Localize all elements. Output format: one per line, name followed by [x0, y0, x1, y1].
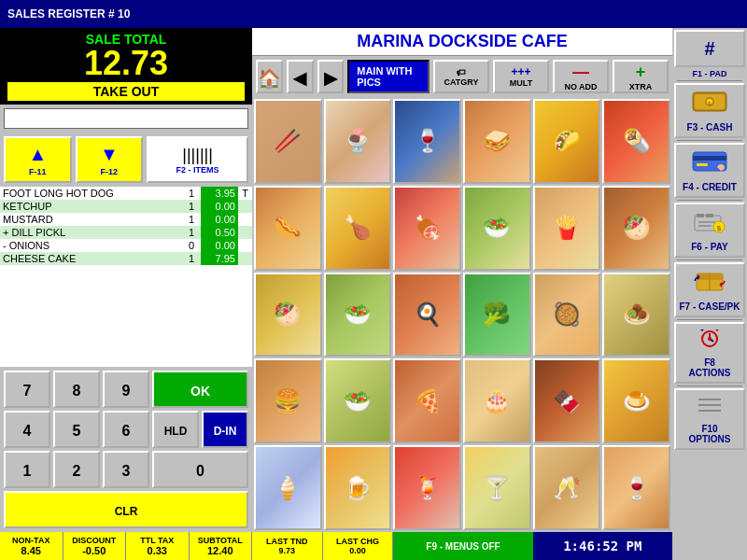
f8-actions-button[interactable]: F8 ACTIONS: [674, 322, 745, 384]
num-4[interactable]: 4: [4, 411, 50, 448]
num-1[interactable]: 1: [4, 451, 50, 488]
svg-rect-9: [697, 214, 704, 217]
food-item[interactable]: 🍺: [324, 445, 392, 530]
catgry-button[interactable]: 🏷 CATGRY: [433, 60, 489, 93]
food-item[interactable]: 🧆: [602, 273, 670, 357]
food-item[interactable]: 🥂: [533, 445, 601, 530]
f1-pad-button[interactable]: #: [674, 30, 745, 67]
food-item[interactable]: 🥦: [463, 273, 531, 357]
numpad-grid: 7 8 9 OK 4 5 6 HLD D-IN 1 2 3 0 CLR: [4, 371, 248, 528]
no-add-button[interactable]: — NO ADD: [553, 60, 609, 93]
food-item[interactable]: 🍷: [602, 445, 670, 530]
last-chg-stat: LAST CHG 0.00: [323, 532, 394, 560]
f11-button[interactable]: ▲ F-11: [4, 136, 72, 183]
f10-options-button[interactable]: F10 OPTIONS: [674, 388, 745, 450]
food-item[interactable]: 🍖: [393, 186, 461, 271]
credit-icon: [691, 148, 728, 180]
mult-button[interactable]: +++ MULT: [493, 60, 549, 93]
ok-button[interactable]: OK: [152, 371, 248, 408]
num-7[interactable]: 7: [4, 371, 50, 408]
order-row[interactable]: - ONIONS 0 0.00: [0, 239, 252, 252]
f6-pay-label: F6 - PAY: [691, 242, 727, 252]
catgry-icon: 🏷: [457, 67, 466, 77]
f7-casepack-button[interactable]: F7 - CASE/PK: [674, 262, 745, 317]
food-item[interactable]: 🥗: [463, 186, 531, 271]
register-title: SALES REGISTER # 10: [7, 7, 130, 21]
active-category[interactable]: MAIN WITH PICS: [347, 60, 430, 93]
food-item[interactable]: 🥙: [254, 273, 322, 357]
bottom-status: NON-TAX 8.45 DISCOUNT -0.50 TTL TAX 0.33…: [0, 532, 252, 560]
f2-items-button[interactable]: ||||||| F2 - ITEMS: [147, 136, 248, 183]
food-item[interactable]: 🥪: [463, 99, 531, 184]
food-item[interactable]: 🍫: [533, 358, 601, 443]
food-item[interactable]: 🥙: [602, 186, 670, 271]
food-item[interactable]: 🎂: [463, 358, 531, 443]
food-item[interactable]: 🍟: [533, 186, 601, 271]
food-emoji: 🥗: [465, 188, 529, 269]
food-item[interactable]: 🌭: [254, 186, 322, 271]
order-row[interactable]: + DILL PICKL 1 0.50: [0, 226, 252, 239]
home-button[interactable]: 🏠: [256, 60, 283, 93]
order-row[interactable]: FOOT LONG HOT DOG 1 3.95 T: [0, 187, 252, 200]
f6-pay-button[interactable]: $ F6 - PAY: [674, 203, 745, 258]
hld-button[interactable]: HLD: [152, 411, 199, 448]
item-qty: 1: [182, 252, 201, 265]
f9-menus-button[interactable]: F9 - MENUS OFF: [393, 532, 532, 560]
num-3[interactable]: 3: [103, 451, 149, 488]
num-5[interactable]: 5: [53, 411, 100, 448]
clr-button[interactable]: CLR: [4, 491, 248, 528]
food-item[interactable]: 🥗: [324, 273, 392, 357]
sale-total-area: SALE TOTAL 12.73 TAKE OUT: [0, 28, 252, 105]
item-price: 0.00: [201, 239, 238, 252]
divider-4: [677, 259, 742, 260]
ttl-tax-label: TTL TAX: [140, 536, 174, 545]
barcode-input[interactable]: [4, 108, 248, 129]
food-emoji: 🎂: [465, 360, 529, 441]
food-emoji: 🍸: [465, 447, 529, 528]
food-item[interactable]: 🥗: [324, 358, 392, 443]
f3-cash-button[interactable]: $ F3 - CASH: [674, 83, 745, 138]
non-tax-stat: NON-TAX 8.45: [0, 532, 63, 560]
food-item[interactable]: 🍮: [602, 358, 670, 443]
prev-category-button[interactable]: ◀: [287, 60, 314, 93]
food-item[interactable]: 🍨: [324, 99, 392, 184]
f10-options-label: F10 OPTIONS: [688, 424, 730, 444]
num-0[interactable]: 0: [152, 451, 248, 488]
food-item[interactable]: 🥘: [533, 273, 601, 357]
food-item[interactable]: 🍗: [324, 186, 392, 271]
next-category-button[interactable]: ▶: [317, 60, 345, 93]
num-6[interactable]: 6: [103, 411, 149, 448]
food-item[interactable]: 🌮: [533, 99, 601, 184]
food-emoji: 🍔: [256, 360, 320, 441]
barcode-icon: |||||||: [182, 146, 213, 165]
divider-1: [677, 80, 742, 81]
food-item[interactable]: 🍳: [393, 273, 461, 357]
f4-credit-button[interactable]: F4 - CREDIT: [674, 143, 745, 198]
xtra-button[interactable]: + XTRA: [613, 60, 669, 93]
din-button[interactable]: D-IN: [202, 411, 248, 448]
order-row[interactable]: CHEESE CAKE 1 7.95: [0, 252, 252, 265]
num-2[interactable]: 2: [53, 451, 100, 488]
svg-point-22: [708, 337, 712, 341]
food-item[interactable]: 🍸: [463, 445, 531, 530]
f12-button[interactable]: ▼ F-12: [76, 136, 144, 183]
food-item[interactable]: 🍔: [254, 358, 322, 443]
food-item[interactable]: 🥢: [254, 99, 322, 184]
order-row[interactable]: MUSTARD 1 0.00: [0, 213, 252, 226]
food-emoji: 🥂: [535, 447, 599, 528]
item-price: 0.00: [201, 200, 238, 213]
food-emoji: 🍟: [535, 188, 599, 269]
f12-label: F-12: [101, 167, 119, 176]
food-item[interactable]: 🍕: [393, 358, 461, 443]
num-9[interactable]: 9: [103, 371, 149, 408]
order-row[interactable]: KETCHUP 1 0.00: [0, 200, 252, 213]
num-8[interactable]: 8: [53, 371, 100, 408]
food-item[interactable]: 🍷: [393, 99, 461, 184]
food-item[interactable]: 🌯: [602, 99, 670, 184]
food-item[interactable]: 🍦: [254, 445, 322, 530]
subtotal-value: 12.40: [207, 545, 233, 556]
svg-rect-10: [706, 214, 713, 217]
food-emoji: 🍨: [326, 101, 390, 182]
item-name: - ONIONS: [0, 239, 182, 252]
food-item[interactable]: 🍹: [393, 445, 461, 530]
